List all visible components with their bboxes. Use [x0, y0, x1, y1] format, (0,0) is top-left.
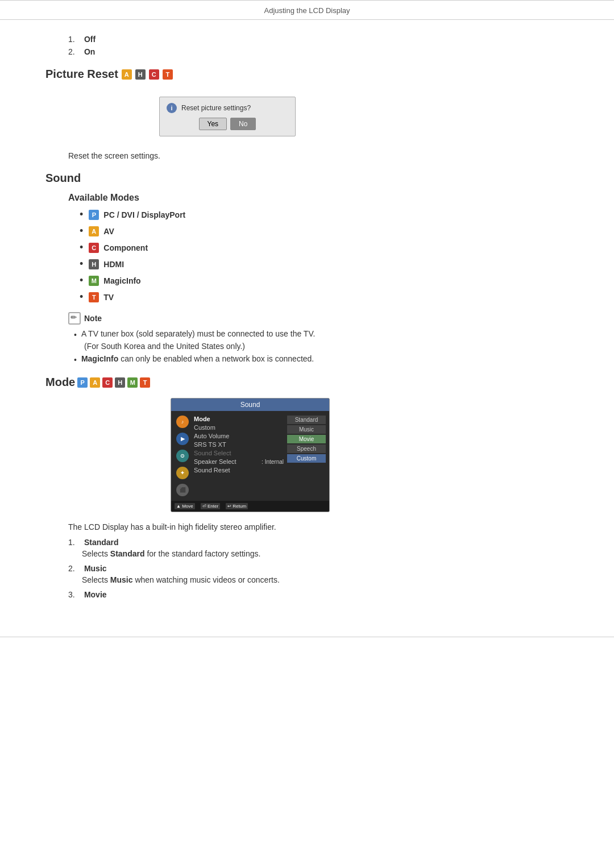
num-1: 1. — [68, 538, 82, 547]
osd-key-return: ↩ Return — [226, 503, 248, 509]
osd-option-custom: Custom — [287, 454, 326, 463]
movie-label: Movie — [84, 590, 107, 599]
osd-row-soundselect: Sound Select — [194, 450, 284, 456]
osd-speaker-value: : Internal — [262, 459, 284, 465]
osd-icons: ♪ ▶ ⊙ ✦ ⬛ — [175, 416, 190, 496]
dialog-no-button[interactable]: No — [230, 118, 256, 130]
mode-magicinfo-label: MagicInfo — [103, 276, 140, 285]
list-item-on: 2. On — [68, 47, 569, 56]
osd-row-custom: Custom — [194, 424, 284, 431]
sound-mode-list: 1. Standard Selects Standard for the sta… — [45, 538, 569, 599]
osd-row-speaker: Speaker Select : Internal — [194, 458, 284, 465]
osd-row-reset: Sound Reset — [194, 467, 284, 474]
badge-t-mode-sec: T — [140, 377, 150, 388]
badge-c-mode-sec: C — [102, 377, 113, 388]
picture-reset-label: Picture Reset — [45, 68, 118, 81]
reset-text: Reset the screen settings. — [68, 151, 569, 160]
osd-icon-5: ⬛ — [176, 484, 189, 496]
mode-pc-label: PC / DVI / DisplayPort — [103, 210, 185, 219]
list-num-1: 1. — [68, 35, 82, 44]
osd-srs-label: SRS TS XT — [194, 441, 226, 448]
music-desc-bold: Music — [110, 575, 133, 584]
osd-key-move: ▲ Move — [175, 503, 195, 509]
osd-autovolume-label: Auto Volume — [194, 433, 229, 439]
mode-component-label: Component — [103, 243, 148, 252]
osd-row-srs: SRS TS XT — [194, 441, 284, 448]
badge-h-mode: H — [89, 259, 99, 269]
bullet-dot-component: • — [80, 242, 83, 254]
music-desc: Selects Music when watching music videos… — [68, 575, 569, 584]
sound-osd-wrapper: Sound ♪ ▶ ⊙ ✦ — [171, 398, 569, 512]
badge-a-mode: A — [89, 226, 99, 236]
note-dot-1: • — [74, 330, 77, 339]
osd-custom-label: Custom — [194, 424, 215, 431]
badge-m-mode-sec: M — [127, 377, 138, 388]
off-on-list: 1. Off 2. On — [45, 35, 569, 56]
dialog-yes-button[interactable]: Yes — [199, 118, 227, 130]
mode-magicinfo: • M MagicInfo — [80, 275, 569, 286]
note-icon — [68, 312, 81, 325]
available-modes-heading: Available Modes — [68, 193, 569, 203]
osd-bottom-bar: ▲ Move ⏎ Enter ↩ Return — [171, 501, 329, 512]
badge-c: C — [149, 69, 159, 80]
dialog-content: i Reset picture settings? Yes No — [160, 97, 295, 136]
osd-body: ♪ ▶ ⊙ ✦ ⬛ — [171, 411, 329, 501]
badge-h-mode-sec: H — [115, 377, 125, 388]
badge-t: T — [163, 69, 173, 80]
reset-dialog-wrapper: i Reset picture settings? Yes No — [159, 97, 296, 136]
content-area: 1. Off 2. On Picture Reset A H C T i Res… — [0, 20, 614, 625]
badge-p-mode: P — [89, 210, 99, 220]
num-3: 3. — [68, 590, 82, 599]
list-num-2: 2. — [68, 47, 82, 56]
note-dot-2: • — [74, 355, 77, 364]
music-label: Music — [84, 564, 107, 573]
mode-pc: • P PC / DVI / DisplayPort — [80, 209, 569, 221]
available-modes-list: • P PC / DVI / DisplayPort • A AV • C Co… — [45, 209, 569, 303]
header-bar: Adjusting the LCD Display — [0, 1, 614, 20]
picture-reset-heading: Picture Reset A H C T — [45, 68, 569, 81]
osd-bottom-return: ↩ Return — [226, 503, 248, 509]
mode-component: • C Component — [80, 242, 569, 254]
header-title: Adjusting the LCD Display — [264, 6, 350, 15]
bullet-dot-pc: • — [80, 209, 83, 221]
osd-key-enter: ⏎ Enter — [201, 503, 220, 509]
badge-c-mode: C — [89, 243, 99, 253]
osd-icon-1: ♪ — [176, 416, 189, 428]
note-header: Note — [68, 312, 569, 325]
note-sub-1: (For South Korea and the United States o… — [74, 342, 569, 351]
mode-av-label: AV — [103, 227, 114, 236]
note-text-2: MagicInfo can only be enabled when a net… — [81, 354, 314, 363]
osd-options: Standard Music Movie Speech Custom — [287, 416, 326, 496]
standard-label: Standard — [84, 538, 119, 547]
badge-m-mode: M — [89, 276, 99, 286]
osd-option-music: Music — [287, 425, 326, 434]
sound-heading: Sound — [45, 172, 569, 185]
bullet-dot-magicinfo: • — [80, 275, 83, 286]
badge-h: H — [135, 69, 146, 80]
note-label: Note — [84, 314, 102, 323]
mode-label: Mode — [45, 376, 75, 389]
osd-option-speech: Speech — [287, 445, 326, 453]
note-bullet-row-2: • MagicInfo can only be enabled when a n… — [74, 354, 569, 364]
badge-t-mode: T — [89, 292, 99, 302]
sound-label: Sound — [45, 172, 81, 185]
page-container: Adjusting the LCD Display 1. Off 2. On P… — [0, 0, 614, 637]
reset-dialog: i Reset picture settings? Yes No — [159, 97, 296, 136]
bullet-dot-tv: • — [80, 291, 83, 303]
dialog-info-icon: i — [167, 103, 177, 113]
standard-desc: Selects Standard for the standard factor… — [68, 549, 569, 558]
osd-icon-3: ⊙ — [176, 450, 189, 462]
osd-mode-label: Mode — [194, 416, 210, 422]
num-2: 2. — [68, 564, 82, 573]
label-off: Off — [84, 35, 96, 44]
sound-mode-movie: 3. Movie — [68, 590, 569, 599]
dialog-buttons: Yes No — [199, 118, 256, 130]
osd-speaker-label: Speaker Select — [194, 458, 237, 465]
mode-hdmi: • H HDMI — [80, 258, 569, 270]
osd-reset-label: Sound Reset — [194, 467, 230, 474]
osd-option-movie: Movie — [287, 435, 326, 443]
mode-av: • A AV — [80, 225, 569, 237]
osd-row-autovolume: Auto Volume — [194, 433, 284, 439]
osd-title: Sound — [171, 398, 329, 411]
mode-hdmi-label: HDMI — [103, 260, 124, 269]
